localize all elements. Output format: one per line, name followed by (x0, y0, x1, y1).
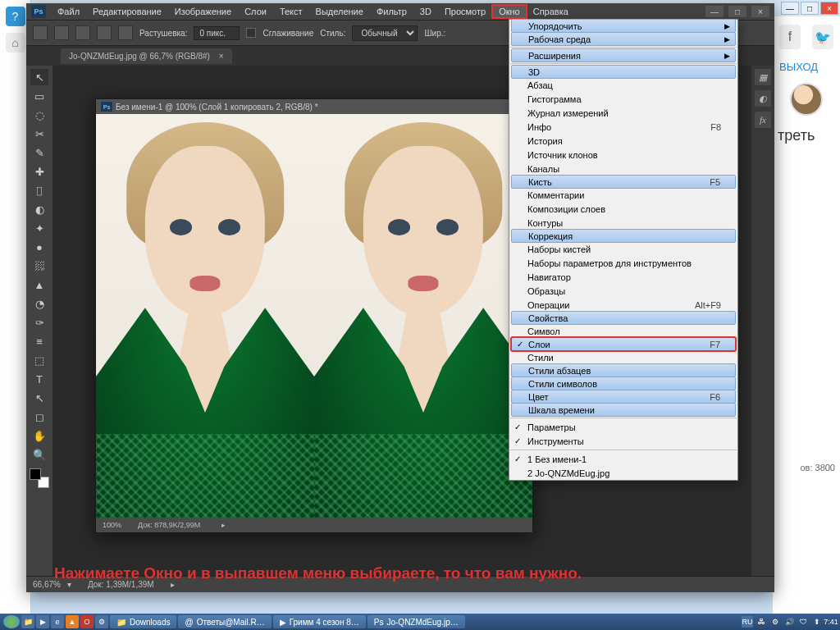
tool-18[interactable]: ◻ (30, 409, 48, 425)
menu-item[interactable]: Расширения▶ (511, 48, 736, 62)
tool-20[interactable]: 🔍 (30, 446, 48, 463)
menu-item[interactable]: История (509, 134, 737, 148)
tool-12[interactable]: ◔ (30, 295, 48, 312)
maximize-button[interactable]: □ (728, 6, 746, 17)
minimize-button[interactable]: — (781, 2, 799, 15)
document-titlebar[interactable]: Ps Без имени-1 @ 100% (Слой 1 копировать… (96, 99, 532, 114)
menu-item[interactable]: Абзац (509, 78, 737, 92)
menu-item[interactable]: КистьF5 (511, 175, 736, 189)
marquee-intersect-icon[interactable] (118, 25, 133, 40)
tool-preset-icon[interactable] (33, 25, 48, 40)
menu-item[interactable]: Композиции слоев (509, 202, 737, 216)
taskbar-task[interactable]: PsJo-QNZMdEug.jp… (368, 615, 465, 628)
facebook-icon[interactable]: f (779, 25, 801, 49)
tray-icon[interactable]: 🛡 (797, 616, 809, 628)
document-window[interactable]: Ps Без имени-1 @ 100% (Слой 1 копировать… (95, 98, 533, 533)
menu-окно[interactable]: Окно (492, 5, 527, 18)
ql-vlc-icon[interactable]: ▲ (66, 615, 79, 628)
menu-item[interactable]: ✓Параметры (509, 420, 737, 434)
tool-3[interactable]: ✂ (30, 126, 48, 142)
tool-4[interactable]: ✎ (30, 144, 48, 161)
menu-item[interactable]: Гистограмма (509, 92, 737, 106)
menu-item[interactable]: Свойства (511, 311, 736, 325)
menu-item[interactable]: Наборы параметров для инструментов (509, 256, 737, 270)
maximize-button[interactable]: □ (801, 2, 819, 15)
tool-14[interactable]: ≡ (30, 333, 48, 349)
marquee-rect-icon[interactable] (54, 25, 69, 40)
tool-1[interactable]: ▭ (30, 88, 48, 104)
marquee-sub-icon[interactable] (97, 25, 112, 40)
menu-item[interactable]: Символ (509, 324, 737, 338)
style-select[interactable]: Обычный (352, 25, 418, 41)
tool-0[interactable]: ↖ (30, 69, 48, 85)
help-icon[interactable]: ? (6, 7, 25, 26)
document-canvas[interactable] (96, 114, 532, 518)
tool-19[interactable]: ✋ (30, 427, 48, 444)
swatches-icon[interactable]: ▦ (755, 69, 771, 85)
menu-item[interactable]: ✓1 Без имени-1 (509, 452, 737, 466)
ql-ie-icon[interactable]: e (51, 615, 64, 628)
menu-item[interactable]: Журнал измерений (509, 106, 737, 120)
menu-item[interactable]: ✓Инструменты (509, 434, 737, 448)
menu-item[interactable]: Упорядочить▶ (511, 19, 736, 33)
language-indicator[interactable]: RU (742, 616, 753, 628)
menu-item[interactable]: Каналы (509, 162, 737, 176)
tab-close-icon[interactable]: × (219, 52, 224, 61)
tool-17[interactable]: ↖ (30, 390, 48, 406)
taskbar[interactable]: 📁 ▶ e ▲ O ⚙ 📁Downloads@Ответы@Mail.R…▶Гр… (0, 614, 840, 630)
menu-слои[interactable]: Слои (238, 5, 273, 18)
foreground-background-colors[interactable] (30, 468, 49, 488)
menu-текст[interactable]: Текст (273, 5, 309, 18)
tool-16[interactable]: T (30, 371, 48, 387)
close-button[interactable]: × (751, 6, 769, 17)
menu-редактирование[interactable]: Редактирование (86, 5, 168, 18)
menu-item[interactable]: Наборы кистей (509, 242, 737, 256)
adjustments-icon[interactable]: ◐ (755, 90, 771, 107)
start-button[interactable] (3, 615, 20, 628)
tool-5[interactable]: ✚ (30, 163, 48, 180)
avatar[interactable] (790, 83, 823, 116)
document-tab[interactable]: Jo-QNZMdEug.jpg @ 66,7% (RGB/8#) × (61, 48, 232, 64)
styles-icon[interactable]: fx (755, 112, 771, 128)
marquee-add-icon[interactable] (75, 25, 90, 40)
menu-item[interactable]: Шкала времени (511, 403, 736, 417)
menu-просмотр[interactable]: Просмотр (438, 5, 492, 18)
close-button[interactable]: × (820, 2, 838, 15)
menu-item[interactable]: ИнфоF8 (509, 120, 737, 134)
ql-explorer-icon[interactable]: 📁 (21, 615, 34, 628)
tray-icon[interactable]: 🖧 (756, 616, 767, 628)
tool-8[interactable]: ✦ (30, 220, 48, 236)
taskbar-task[interactable]: @Ответы@Mail.R… (178, 615, 271, 628)
tool-6[interactable]: ⌷ (30, 182, 48, 199)
tool-10[interactable]: ⛆ (30, 258, 48, 274)
feather-input[interactable] (194, 26, 240, 40)
menu-изображение[interactable]: Изображение (168, 5, 238, 18)
taskbar-task[interactable]: 📁Downloads (110, 615, 176, 628)
tool-9[interactable]: ● (30, 239, 48, 255)
tray-icon[interactable]: ⬆ (811, 616, 823, 628)
logout-link[interactable]: ВЫХОД (773, 57, 840, 76)
menu-item[interactable]: ОперацииAlt+F9 (509, 298, 737, 312)
menu-item[interactable]: Коррекция (511, 229, 736, 243)
menu-item[interactable]: ✓СлоиF7 (511, 337, 736, 351)
tool-13[interactable]: ✑ (30, 314, 48, 331)
menu-файл[interactable]: Файл (51, 5, 86, 18)
menu-item[interactable]: Образцы (509, 284, 737, 298)
menu-фильтр[interactable]: Фильтр (370, 5, 413, 18)
menu-item[interactable]: Контуры (509, 216, 737, 230)
ql-media-icon[interactable]: ▶ (36, 615, 49, 628)
menu-item[interactable]: Стили символов (511, 377, 736, 390)
menu-item[interactable]: Источник клонов (509, 148, 737, 162)
minimize-button[interactable]: — (705, 6, 724, 17)
taskbar-task[interactable]: ▶Гримм 4 сезон 8… (273, 615, 366, 628)
menu-item[interactable]: Рабочая среда▶ (511, 32, 736, 46)
menu-item[interactable]: ЦветF6 (511, 390, 736, 404)
ql-tool-icon[interactable]: ⚙ (95, 615, 108, 628)
menu-3d[interactable]: 3D (413, 5, 438, 18)
menu-выделение[interactable]: Выделение (309, 5, 370, 18)
menu-справка[interactable]: Справка (527, 5, 575, 18)
tool-15[interactable]: ⬚ (30, 352, 48, 368)
tray-volume-icon[interactable]: 🔊 (783, 616, 795, 628)
doc-zoom[interactable]: 100% (103, 521, 121, 529)
menu-item[interactable]: Стили абзацев (511, 363, 736, 377)
